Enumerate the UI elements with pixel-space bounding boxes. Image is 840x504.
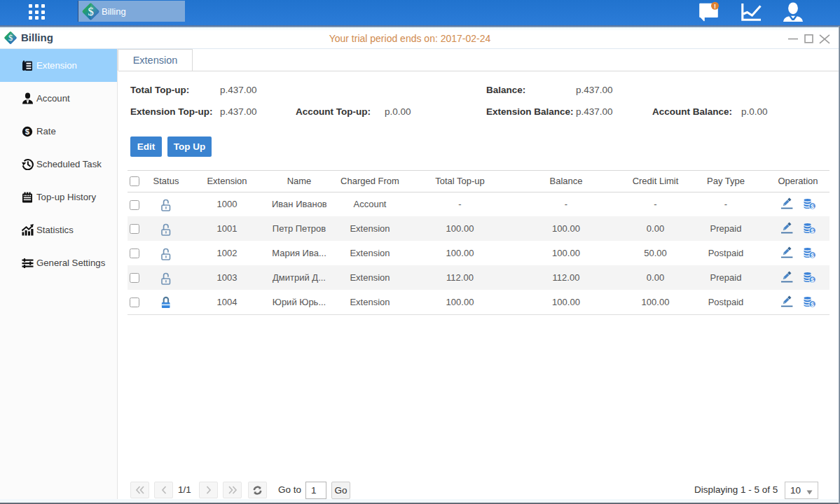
svg-text:!: ! [714, 3, 716, 10]
svg-text:$: $ [811, 300, 814, 307]
svg-text:$: $ [88, 5, 93, 18]
svg-text:$: $ [811, 203, 814, 210]
svg-text:$: $ [25, 127, 30, 136]
svg-text:$: $ [811, 252, 814, 259]
svg-text:$: $ [811, 227, 814, 234]
svg-text:$: $ [811, 276, 814, 284]
